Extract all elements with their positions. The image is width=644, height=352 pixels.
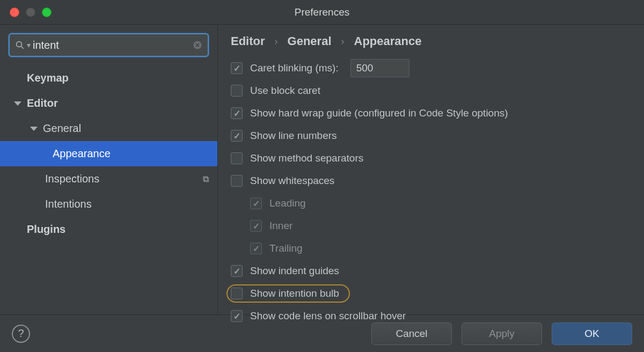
option-label: Show whitespaces bbox=[250, 175, 334, 187]
option-method-separators: Show method separators bbox=[231, 150, 631, 166]
help-button[interactable]: ? bbox=[12, 325, 30, 343]
svg-point-0 bbox=[17, 42, 22, 47]
sidebar-item-intentions[interactable]: Intentions bbox=[0, 192, 217, 217]
checkbox[interactable] bbox=[231, 152, 243, 164]
option-line-numbers: Show line numbers bbox=[231, 128, 631, 144]
titlebar: Preferences bbox=[0, 0, 644, 25]
option-label: Use block caret bbox=[250, 85, 320, 97]
main-panel: Editor › General › Appearance Caret blin… bbox=[218, 25, 644, 314]
checkbox[interactable] bbox=[231, 62, 243, 74]
search-icon bbox=[15, 40, 25, 50]
sidebar-item-keymap[interactable]: Keymap bbox=[0, 65, 217, 91]
option-label: Inner bbox=[269, 220, 292, 232]
svg-line-1 bbox=[21, 46, 24, 49]
sidebar-item-label: Editor bbox=[27, 97, 58, 109]
breadcrumb: Editor › General › Appearance bbox=[218, 25, 644, 53]
help-icon: ? bbox=[18, 327, 24, 340]
sidebar-item-appearance[interactable]: Appearance bbox=[0, 141, 217, 166]
sidebar-item-label: Inspections bbox=[45, 173, 99, 185]
minimize-window-button[interactable] bbox=[26, 8, 35, 17]
sidebar-item-label: Keymap bbox=[27, 72, 69, 84]
sidebar-item-plugins[interactable]: Plugins bbox=[0, 217, 217, 242]
sidebar-item-label: Plugins bbox=[27, 223, 65, 236]
copy-scheme-icon[interactable]: ⧉ bbox=[203, 174, 209, 184]
option-intention-bulb: Show intention bulb bbox=[231, 285, 631, 302]
options-list: Caret blinking (ms): 500 Use block caret… bbox=[218, 53, 644, 332]
apply-button[interactable]: Apply bbox=[462, 322, 542, 345]
breadcrumb-item: Appearance bbox=[354, 34, 422, 48]
window-title: Preferences bbox=[295, 6, 349, 18]
search-field[interactable]: ▾ bbox=[9, 33, 209, 57]
option-inner: Inner bbox=[231, 218, 631, 234]
search-input[interactable] bbox=[33, 39, 193, 52]
maximize-window-button[interactable] bbox=[42, 8, 52, 17]
sidebar-item-inspections[interactable]: Inspections ⧉ bbox=[0, 166, 217, 192]
option-trailing: Trailing bbox=[231, 240, 631, 256]
window-controls bbox=[10, 8, 52, 17]
option-caret-blinking: Caret blinking (ms): 500 bbox=[231, 60, 631, 76]
option-leading: Leading bbox=[231, 195, 631, 211]
sidebar: ▾ Keymap Editor General Appearance Ins bbox=[0, 25, 218, 314]
search-options-icon[interactable]: ▾ bbox=[27, 41, 31, 49]
checkbox[interactable] bbox=[231, 265, 243, 277]
checkbox[interactable] bbox=[250, 197, 262, 209]
highlight-ring: Show intention bulb bbox=[226, 284, 350, 303]
option-indent-guides: Show indent guides bbox=[231, 263, 631, 279]
option-label: Show indent guides bbox=[250, 265, 339, 277]
sidebar-item-label: Appearance bbox=[53, 148, 111, 160]
clear-search-icon[interactable] bbox=[193, 40, 202, 50]
option-show-whitespaces: Show whitespaces bbox=[231, 173, 631, 189]
sidebar-item-editor[interactable]: Editor bbox=[0, 91, 217, 116]
ok-button[interactable]: OK bbox=[552, 322, 632, 345]
checkbox[interactable] bbox=[231, 175, 243, 187]
chevron-right-icon: › bbox=[275, 36, 278, 47]
settings-tree: Keymap Editor General Appearance Inspect… bbox=[0, 63, 217, 242]
breadcrumb-item[interactable]: General bbox=[288, 34, 332, 48]
checkbox[interactable] bbox=[231, 130, 243, 142]
cancel-button[interactable]: Cancel bbox=[371, 322, 452, 345]
sidebar-item-label: General bbox=[43, 122, 81, 135]
close-window-button[interactable] bbox=[10, 8, 19, 17]
option-label: Show hard wrap guide (configured in Code… bbox=[250, 107, 508, 119]
option-label: Caret blinking (ms): bbox=[250, 62, 339, 74]
chevron-down-icon[interactable] bbox=[14, 101, 21, 106]
sidebar-item-label: Intentions bbox=[45, 198, 92, 210]
chevron-down-icon[interactable] bbox=[30, 127, 38, 131]
checkbox[interactable] bbox=[231, 107, 243, 119]
content-area: ▾ Keymap Editor General Appearance Ins bbox=[0, 25, 644, 314]
caret-blinking-input[interactable]: 500 bbox=[350, 59, 409, 77]
option-label: Leading bbox=[269, 197, 306, 209]
breadcrumb-item[interactable]: Editor bbox=[231, 34, 265, 48]
sidebar-item-general[interactable]: General bbox=[0, 116, 217, 141]
option-use-block-caret: Use block caret bbox=[231, 83, 631, 99]
chevron-right-icon: › bbox=[341, 36, 345, 47]
option-label: Show line numbers bbox=[250, 130, 337, 142]
option-label: Trailing bbox=[269, 243, 303, 254]
option-label: Show intention bulb bbox=[250, 288, 339, 299]
option-label: Show code lens on scrollbar hover bbox=[250, 310, 406, 322]
checkbox[interactable] bbox=[231, 85, 243, 97]
checkbox[interactable] bbox=[231, 288, 243, 299]
option-hard-wrap-guide: Show hard wrap guide (configured in Code… bbox=[231, 105, 631, 121]
option-code-lens: Show code lens on scrollbar hover bbox=[231, 308, 631, 324]
checkbox[interactable] bbox=[250, 220, 262, 232]
checkbox[interactable] bbox=[250, 243, 262, 254]
checkbox[interactable] bbox=[231, 310, 243, 322]
option-label: Show method separators bbox=[250, 152, 363, 164]
